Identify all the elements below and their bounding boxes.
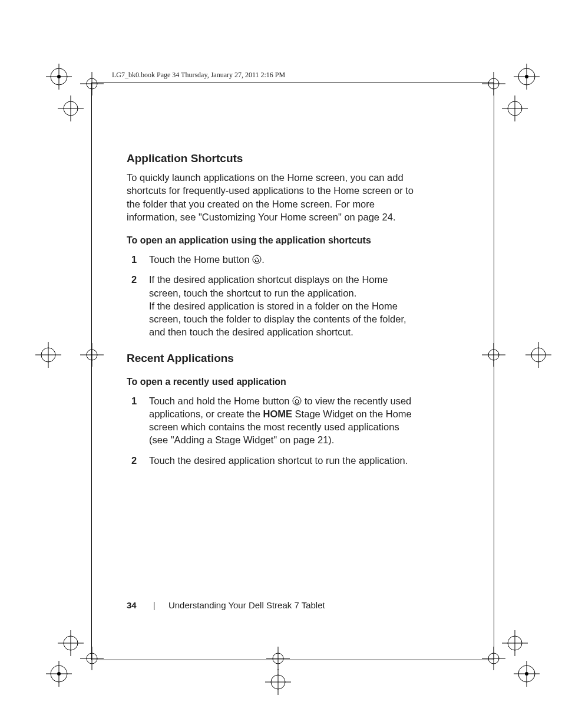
intro-paragraph: To quickly launch applications on the Ho… <box>127 171 418 223</box>
home-icon <box>292 396 302 405</box>
crosshair-icon <box>80 647 104 670</box>
crop-rule-top <box>91 83 494 83</box>
running-header: LG7_bk0.book Page 34 Thursday, January 2… <box>112 71 285 80</box>
registration-mark-icon <box>46 661 72 687</box>
footer-separator: | <box>153 600 156 610</box>
step-text: If the desired application shortcut disp… <box>149 274 388 298</box>
crop-rule-bottom <box>91 660 494 660</box>
registration-mark-icon <box>35 342 61 368</box>
chapter-title: Understanding Your Dell Streak 7 Tablet <box>168 600 325 610</box>
crosshair-icon <box>482 72 505 95</box>
home-icon <box>252 254 262 263</box>
registration-mark-icon <box>514 64 540 90</box>
step: 2 Touch the desired application shortcut… <box>127 454 418 467</box>
step-number: 1 <box>131 253 137 266</box>
step: 2 If the desired application shortcut di… <box>127 273 418 338</box>
crop-rule-right <box>494 83 494 660</box>
page-footer: 34 | Understanding Your Dell Streak 7 Ta… <box>127 600 325 610</box>
step: 1 Touch and hold the Home button to view… <box>127 394 418 447</box>
page: LG7_bk0.book Page 34 Thursday, January 2… <box>0 0 562 728</box>
crosshair-icon <box>80 343 104 367</box>
registration-mark-icon <box>502 95 528 121</box>
step-text-tail: . <box>262 254 265 265</box>
registration-mark-icon <box>514 661 540 687</box>
step-number: 1 <box>131 394 137 407</box>
heading-application-shortcuts: Application Shortcuts <box>127 152 418 165</box>
step-text-bold: HOME <box>263 409 293 419</box>
svg-point-0 <box>253 255 261 263</box>
heading-recent-applications: Recent Applications <box>127 352 418 365</box>
subheading-open-app-shortcuts: To open an application using the applica… <box>127 235 418 246</box>
step-number: 2 <box>131 273 137 286</box>
registration-mark-icon <box>58 95 84 121</box>
registration-mark-icon <box>502 630 528 656</box>
step-text: Touch the Home button <box>149 254 252 265</box>
step-text: If the desired application is stored in … <box>149 301 406 338</box>
subheading-open-recent-app: To open a recently used application <box>127 377 418 387</box>
page-content: Application Shortcuts To quickly launch … <box>127 152 418 477</box>
steps-open-app-shortcuts: 1 Touch the Home button . 2 If the desir… <box>127 253 418 339</box>
crosshair-icon <box>482 343 505 367</box>
crop-rule-left <box>91 83 92 660</box>
step: 1 Touch the Home button . <box>127 253 418 266</box>
step-text: Touch and hold the Home button <box>149 396 292 406</box>
steps-open-recent-app: 1 Touch and hold the Home button to view… <box>127 394 418 467</box>
registration-mark-icon <box>525 342 551 368</box>
step-number: 2 <box>131 454 137 467</box>
registration-mark-icon <box>265 669 291 695</box>
svg-point-1 <box>293 397 301 405</box>
step-text: Touch the desired application shortcut t… <box>149 455 408 466</box>
crosshair-icon <box>266 647 290 670</box>
crosshair-icon <box>80 72 104 95</box>
page-number: 34 <box>127 600 137 610</box>
registration-mark-icon <box>46 64 72 90</box>
